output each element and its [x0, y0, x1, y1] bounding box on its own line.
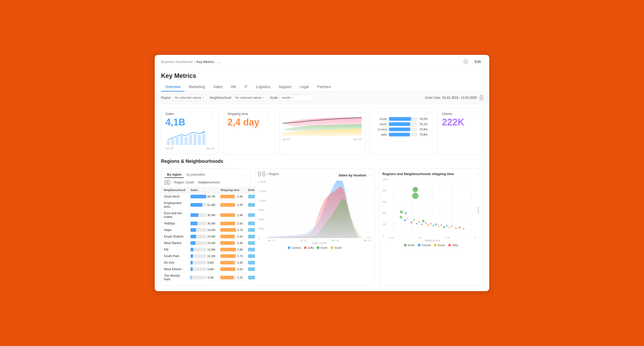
sales-chart-dots-button[interactable]: ··· — [369, 173, 372, 177]
tab-sales[interactable]: Sales — [209, 83, 227, 91]
region-bar-north-label: North — [374, 123, 387, 126]
scatter-dots-button[interactable]: ··· — [476, 172, 480, 176]
cell-sales: 13,0M — [188, 246, 218, 253]
cell-shipping: 2,43 — [218, 233, 245, 240]
svg-rect-4 — [185, 137, 188, 145]
scatter-dot-j2 — [421, 224, 423, 225]
sales-dots-button[interactable]: ··· — [211, 112, 214, 116]
cell-sales: 23,9M — [188, 233, 218, 240]
tab-hr[interactable]: HR — [227, 83, 240, 91]
svg-rect-6 — [193, 134, 197, 145]
sales-sparkline — [165, 129, 207, 145]
scatter-legend-jaffa: Jaffa — [448, 244, 458, 247]
cell-neighbourhood: Neve Barbur — [161, 240, 188, 246]
table-breadcrumb-sep: / — [172, 181, 172, 184]
cell-neighbourhood: Employment area — [161, 200, 188, 210]
scatter-dot-n7 — [400, 210, 403, 214]
neighbourhood-select[interactable]: No selected values ▾ — [233, 95, 267, 101]
page-header: Key Metrics Overview Marketing Sales HR … — [155, 68, 489, 91]
sales-sort-up-button[interactable]: ↑ — [258, 172, 261, 176]
info-button[interactable]: ⓘ — [462, 59, 469, 65]
region-select[interactable]: No selected values ▾ — [172, 95, 206, 101]
legend-south-label: South — [334, 246, 342, 249]
clients-card-header: Clients ··· — [442, 112, 479, 116]
shipping-card-header: Shipping time ··· — [227, 112, 270, 116]
region-bar-jaffa-track — [389, 133, 417, 136]
scatter-x-25: 2.5 — [418, 237, 421, 239]
scatter-dot-j3 — [430, 223, 432, 224]
tab-overview[interactable]: Overview — [161, 83, 185, 91]
sort-up-button[interactable]: ↑ — [164, 180, 167, 185]
scatter-dot-c7 — [405, 212, 407, 214]
cell-neighbourhood: Yedidya — [161, 220, 188, 227]
scatter-dot-n5 — [443, 226, 445, 228]
cell-sales: 9,8M — [188, 260, 218, 266]
scatter-y-100k: 100k — [382, 178, 388, 181]
bottom-section-title: Regions & Neighbourhoods — [161, 159, 483, 164]
svg-rect-3 — [180, 136, 183, 145]
table-dots-button[interactable]: ··· — [244, 173, 247, 177]
region-label: Region — [161, 96, 171, 100]
shipping-dots-button[interactable]: ··· — [267, 112, 270, 116]
scatter-dot-c2 — [416, 223, 417, 224]
cell-sales: 4,2M — [188, 273, 218, 283]
cell-sales: 68,7M — [188, 193, 218, 200]
cell-shipping: 2,45 — [218, 260, 245, 266]
tab-support[interactable]: Support — [274, 83, 296, 91]
tab-marketing[interactable]: Marketing — [185, 83, 209, 91]
shipping-value: 2,4 day — [227, 117, 270, 128]
scatter-legend-central-label: Central — [422, 244, 431, 247]
table-neighbourhood-crumb: Neighbourhood — [198, 181, 220, 184]
area-chart-card: ··· — [279, 107, 365, 155]
scatter-dot-n6 — [455, 227, 457, 229]
scatter-title: Regions and Neighbourhoods shipping time — [382, 172, 454, 176]
sales-legend: Central Jaffa North South — [258, 246, 372, 249]
order-date-close-button[interactable]: × — [480, 95, 483, 100]
scatter-dot-north-large — [412, 193, 418, 199]
scale-chevron-icon: ▾ — [292, 96, 293, 99]
legend-central-label: Central — [291, 246, 301, 249]
region-bar-south: South 78,2% — [374, 117, 429, 121]
scatter-dot-c4 — [435, 223, 437, 226]
breadcrumb-parent: Business Dashboard — [161, 60, 192, 64]
region-bar-south-label: South — [374, 117, 387, 120]
tab-legal[interactable]: Legal — [296, 83, 313, 91]
region-select-value: No selected values — [175, 96, 201, 100]
sales-by-location-panel: ↑ ↓ / Region Sales by location ··· 1 500… — [255, 168, 375, 286]
region-bars-dots-button[interactable]: ··· — [426, 111, 429, 115]
breadcrumb: Business Dashboard / Key Metrics ... — [161, 59, 222, 65]
scale-select[interactable]: month ▾ — [279, 95, 313, 101]
clients-dots-button[interactable]: ··· — [475, 112, 479, 116]
table-tabs: By region by population ··· — [161, 172, 250, 180]
tab-logistics[interactable]: Logistics — [252, 83, 274, 91]
scatter-dot-c3 — [425, 222, 427, 224]
edit-button[interactable]: Edit — [473, 59, 483, 64]
sort-down-button[interactable]: ↓ — [168, 180, 170, 185]
more-options-button[interactable]: ... — [216, 59, 222, 65]
table-tab-by-region[interactable]: By region — [164, 172, 184, 178]
svg-rect-7 — [198, 135, 201, 145]
top-bar: Business Dashboard / Key Metrics ... ⓘ E… — [155, 55, 489, 68]
legend-north-dot — [317, 246, 319, 249]
table-region-crumb: Region: South — [174, 181, 194, 184]
area-date-start: Jul '19 — [282, 138, 290, 141]
scatter-panel-header: Regions and Neighbourhoods shipping time… — [382, 172, 480, 176]
svg-point-9 — [203, 131, 205, 133]
scatter-x-275: 2.75 — [445, 237, 450, 239]
cell-shipping: 2,46 — [218, 240, 245, 246]
scatter-y-60k: 60k — [382, 200, 388, 203]
tab-partners[interactable]: Partners — [313, 83, 335, 91]
scatter-right-axis: Clients — [476, 178, 480, 242]
sales-y-label-500: 500M — [258, 218, 266, 221]
bottom-section: Regions & Neighbourhoods By region by po… — [155, 159, 489, 291]
tab-it[interactable]: IT — [240, 83, 252, 91]
legend-central: Central — [288, 246, 301, 249]
sales-sort-down-button[interactable]: ↓ — [262, 172, 265, 176]
area-chart-dots-button[interactable]: ··· — [359, 110, 362, 114]
table-tab-by-population[interactable]: by population — [184, 172, 208, 178]
order-date-value: 01.01.2019 - 13.02.2020 — [442, 96, 477, 100]
neighbourhood-chevron-icon: ▾ — [263, 96, 264, 99]
breadcrumb-current: Key Metrics — [197, 60, 214, 64]
scale-label: Scale — [270, 96, 278, 100]
cell-neighbourhood: Givat Herzl — [161, 193, 188, 200]
